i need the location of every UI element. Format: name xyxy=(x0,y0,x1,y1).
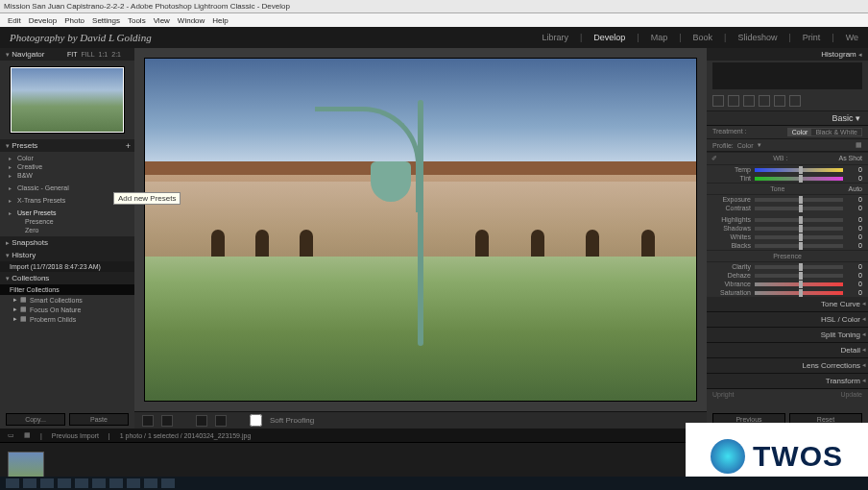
dehaze-slider[interactable] xyxy=(755,274,843,278)
taskbar-item[interactable] xyxy=(127,478,140,488)
clarity-value[interactable]: 0 xyxy=(847,263,862,270)
contrast-slider[interactable] xyxy=(755,207,843,210)
filmstrip-source[interactable]: Previous Import xyxy=(52,432,99,439)
module-print[interactable]: Print xyxy=(803,33,821,42)
module-book[interactable]: Book xyxy=(693,33,713,42)
collection-smart[interactable]: ▸▦Smart Collections xyxy=(0,295,134,305)
tint-slider[interactable] xyxy=(755,177,843,181)
filter-collections[interactable]: Filter Collections xyxy=(0,284,134,295)
wb-preset[interactable]: As Shot xyxy=(838,155,868,162)
panel-tone-curve[interactable]: Tone Curve xyxy=(707,297,868,312)
menu-settings[interactable]: Settings xyxy=(92,16,120,25)
taskbar-item[interactable] xyxy=(161,478,175,488)
radial-filter-icon[interactable] xyxy=(774,95,785,107)
taskbar-item[interactable] xyxy=(92,478,106,488)
add-preset-icon[interactable]: + xyxy=(126,141,131,151)
taskbar-item[interactable] xyxy=(109,478,123,488)
temp-value[interactable]: 0 xyxy=(847,166,862,173)
menu-help[interactable]: Help xyxy=(212,16,228,25)
preset-group-xtrans[interactable]: X-Trans Presets xyxy=(4,196,131,205)
loupe-image[interactable] xyxy=(144,58,697,402)
nav-zoom-1-1[interactable]: 1:1 xyxy=(99,51,108,58)
crop-tool-icon[interactable] xyxy=(712,95,724,107)
filmstrip-thumb[interactable] xyxy=(8,452,44,478)
taskbar-start-icon[interactable] xyxy=(6,478,19,488)
whites-value[interactable]: 0 xyxy=(847,233,862,240)
reject-icon[interactable] xyxy=(215,415,227,427)
grad-filter-icon[interactable] xyxy=(759,95,770,107)
module-web[interactable]: We xyxy=(846,33,858,42)
history-header[interactable]: ▾ History xyxy=(0,249,134,261)
upright-update[interactable]: Update xyxy=(840,391,862,398)
histogram-header[interactable]: Histogram ◂ xyxy=(707,48,868,61)
flag-icon[interactable] xyxy=(196,415,207,427)
redeye-tool-icon[interactable] xyxy=(743,95,755,107)
snapshots-header[interactable]: ▸ Snapshots xyxy=(0,236,134,249)
profile-chevron-icon[interactable]: ▾ xyxy=(758,141,761,149)
treatment-bw[interactable]: Black & White xyxy=(811,129,861,135)
blacks-slider[interactable] xyxy=(755,244,843,248)
preset-group-classic[interactable]: Classic - General xyxy=(4,184,131,192)
preset-zero[interactable]: Zero xyxy=(4,226,131,234)
panel-split-toning[interactable]: Split Toning xyxy=(707,328,868,343)
treatment-color[interactable]: Color xyxy=(788,129,812,135)
exposure-value[interactable]: 0 xyxy=(847,196,862,203)
taskbar-item[interactable] xyxy=(75,478,88,488)
whites-slider[interactable] xyxy=(755,235,843,239)
menu-develop[interactable]: Develop xyxy=(29,16,57,25)
menu-window[interactable]: Window xyxy=(178,16,205,25)
shadows-value[interactable]: 0 xyxy=(847,225,862,232)
module-map[interactable]: Map xyxy=(651,33,668,42)
panel-transform[interactable]: Transform xyxy=(707,374,868,389)
blacks-value[interactable]: 0 xyxy=(847,242,862,249)
collection-proberm[interactable]: ▸▦Proberm Childs xyxy=(0,314,134,324)
auto-tone[interactable]: Auto xyxy=(849,185,868,192)
preset-group-color[interactable]: Color xyxy=(4,154,131,162)
copy-button[interactable]: Copy... xyxy=(6,413,65,426)
vibrance-slider[interactable] xyxy=(755,282,843,286)
profile-grid-icon[interactable]: ▦ xyxy=(856,141,862,149)
exposure-slider[interactable] xyxy=(755,198,843,202)
saturation-slider[interactable] xyxy=(755,291,843,295)
preset-presence[interactable]: Presence xyxy=(4,217,131,226)
nav-zoom-fit[interactable]: FIT xyxy=(67,51,78,58)
history-import-row[interactable]: Import (11/7/2018 8:47:23 AM) xyxy=(0,261,134,272)
preset-group-user[interactable]: User Presets xyxy=(4,208,131,217)
highlights-slider[interactable] xyxy=(755,218,843,222)
module-develop[interactable]: Develop xyxy=(593,33,625,42)
menu-view[interactable]: View xyxy=(154,16,170,25)
taskbar-item[interactable] xyxy=(23,478,36,488)
temp-slider[interactable] xyxy=(755,168,843,172)
saturation-value[interactable]: 0 xyxy=(847,289,862,296)
navigator-header[interactable]: ▾ Navigator FIT FILL 1:1 2:1 xyxy=(0,48,134,61)
panel-lens-corrections[interactable]: Lens Corrections xyxy=(707,358,868,374)
soft-proofing-checkbox[interactable] xyxy=(250,414,262,427)
secondary-display-icon[interactable]: ▭ xyxy=(8,431,14,439)
highlights-value[interactable]: 0 xyxy=(847,216,862,223)
navigator-thumbnail[interactable] xyxy=(10,66,125,134)
panel-hsl-color[interactable]: HSL / Color xyxy=(707,312,868,328)
dehaze-value[interactable]: 0 xyxy=(847,272,862,279)
menu-tools[interactable]: Tools xyxy=(128,16,146,25)
module-library[interactable]: Library xyxy=(542,33,568,42)
profile-value[interactable]: Color xyxy=(737,142,754,149)
tint-value[interactable]: 0 xyxy=(847,175,862,182)
taskbar-item[interactable] xyxy=(40,478,54,488)
taskbar-item[interactable] xyxy=(58,478,71,488)
shadows-slider[interactable] xyxy=(755,227,843,231)
menu-photo[interactable]: Photo xyxy=(64,16,84,25)
paste-button[interactable]: Paste xyxy=(69,413,129,426)
spot-tool-icon[interactable] xyxy=(728,95,739,107)
collections-header[interactable]: ▾ Collections xyxy=(0,272,134,284)
before-after-icon[interactable] xyxy=(161,415,173,427)
preset-group-creative[interactable]: Creative xyxy=(4,162,131,171)
brush-tool-icon[interactable] xyxy=(789,95,801,107)
presets-header[interactable]: ▾ Presets + xyxy=(0,139,134,152)
contrast-value[interactable]: 0 xyxy=(847,205,862,211)
nav-zoom-fill[interactable]: FILL xyxy=(82,51,95,58)
collection-focus-nature[interactable]: ▸▦Focus On Nature xyxy=(0,305,134,314)
basic-panel-header[interactable]: Basic ▾ xyxy=(707,111,868,126)
menu-edit[interactable]: Edit xyxy=(8,16,21,25)
nav-zoom-2-1[interactable]: 2:1 xyxy=(111,51,121,58)
wb-picker-icon[interactable]: ✐ xyxy=(707,155,722,162)
